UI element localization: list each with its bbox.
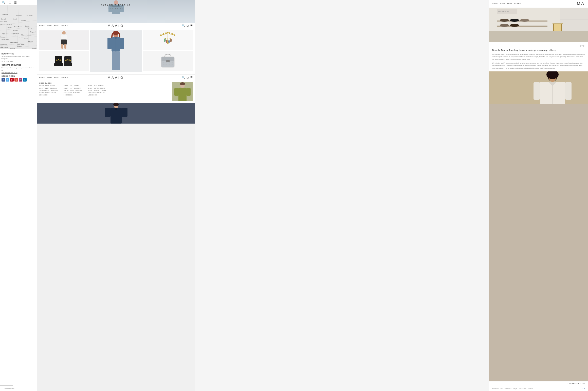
product-necklace[interactable] [143,30,193,50]
shop-nav-blog[interactable]: BLOG [54,77,60,78]
center-menu-icon[interactable]: ☰ [190,24,193,27]
social-icon-twitter[interactable]: t [6,78,9,82]
svg-point-61 [163,65,164,65]
map-label-southbury: Southbury [27,15,32,16]
svg-point-42 [174,34,175,36]
shop-nav-shop[interactable]: SHOP [47,77,52,78]
bottom-nav-y[interactable]: Y [2,387,3,389]
shop-pages-section: HOME SHOP BLOG PAGES MAVIO 🔍 ◻ ☰ SHOP PA… [37,75,195,124]
svg-point-36 [160,34,162,36]
map-svg: Newburgh Brookfield Southbury Cornwall C… [0,5,37,49]
nav-pages[interactable]: PAGES [62,25,68,26]
shop-item-category-2[interactable]: CATEGORY HEADERS [64,92,86,93]
shop-logo[interactable]: MAVIO [108,75,124,80]
shop-item-full-width-3[interactable]: SHOP - FULL WIDTH [88,85,111,87]
svg-line-2 [0,34,37,38]
product-boots[interactable] [39,51,89,71]
shop-pages-dropdown: SHOP PAGES SHOP - FULL WIDTH SHOP - LEFT… [37,80,195,103]
shop-item-lookbook-3[interactable]: LOOKBOOK [88,94,111,96]
shop-search-icon[interactable]: 🔍 [182,76,185,79]
svg-rect-71 [174,88,178,96]
shop-item-full-width-1[interactable]: SHOP - FULL WIDTH [39,85,62,87]
svg-point-41 [171,33,173,35]
shop-nav-pages[interactable]: PAGES [62,77,68,78]
hero-top: AUTUMN WINTER 17 CONTRASTS [37,0,195,23]
email[interactable]: enquiries@mavio.co.uk [2,72,35,74]
shop-dropdown-model [172,82,193,101]
shop-item-left-sidebar-2[interactable]: SHOP - LEFT SIDEBAR [64,87,86,89]
shop-item-left-sidebar-3[interactable]: SHOP - LEFT SIDEBAR [88,87,111,89]
shop-cart-icon[interactable]: ◻ [187,76,189,79]
shop-col-2: SHOP - FULL WIDTH SHOP - LEFT SIDEBAR SH… [64,85,86,96]
map-label-carmel: Carmel [13,18,17,20]
map-label-danbury: Danbury [21,20,26,21]
svg-rect-34 [120,38,124,49]
search-icon[interactable]: 🔍 [2,1,6,4]
shop-item-category-3[interactable]: CATEGORY HEADERS [88,92,111,93]
svg-rect-18 [64,44,66,49]
social-icon-instagram[interactable]: 📷 [19,78,22,82]
svg-point-22 [58,59,59,60]
social-icon-linkedin[interactable]: in [23,78,27,82]
shop-menu-icon[interactable]: ☰ [190,76,193,79]
svg-point-37 [163,33,164,35]
svg-point-40 [169,32,170,34]
svg-point-30 [113,31,119,35]
svg-point-58 [169,63,170,63]
svg-point-57 [168,63,169,63]
product-center-model[interactable] [90,30,142,72]
map-label-fairfield: Fairfield [27,34,31,36]
shop-item-lookbook-1[interactable]: LOOKBOOK [39,94,62,96]
map-label-whiteplains: White Plains [10,42,18,43]
svg-point-26 [66,60,67,61]
menu-icon[interactable]: ☰ [14,1,17,4]
center-logo[interactable]: MAVIO [108,23,124,28]
left-panel: 🔍 ◻ ☰ Newburgh Brookfield South [0,0,37,391]
shop-item-right-sidebar-2[interactable]: SHOP - RIGHT SIDEBAR [64,90,86,91]
shop-item-category-1[interactable]: CATEGORY HEADERS [39,92,62,93]
map-label-newburgh: Newburgh [3,13,8,15]
cart-icon[interactable]: ◻ [9,1,11,4]
product-top-outfit[interactable] [39,30,89,50]
nav-shop[interactable]: SHOP [47,25,52,26]
boots-svg [54,53,74,69]
map-label-newspringvalley: New Spring [1,47,8,48]
shop-item-right-sidebar-3[interactable]: SHOP - RIGHT SIDEBAR [88,90,111,91]
svg-rect-77 [122,108,127,117]
svg-point-43 [164,38,166,42]
social-icon-fb[interactable]: f [2,78,5,82]
shop-col-2-wrapper: SHOP - FULL WIDTH SHOP - LEFT SIDEBAR SH… [64,82,86,101]
svg-point-54 [163,63,164,63]
shop-item-full-width-2[interactable]: SHOP - FULL WIDTH [64,85,86,87]
bottom-nav: Y CONTACT US [2,387,14,389]
map-label-stamford: Stamford [28,41,33,42]
svg-point-38 [165,32,167,34]
svg-point-46 [168,40,170,43]
center-cart-icon[interactable]: ◻ [187,24,189,27]
social-icon-google[interactable]: G [14,78,18,82]
center-search-icon[interactable]: 🔍 [182,24,185,27]
shop-item-right-sidebar-1[interactable]: SHOP - RIGHT SIDEBAR [39,90,62,91]
map-label-stonybrook: Stony B. [32,47,36,49]
nav-blog[interactable]: BLOG [54,25,60,26]
map-label-newcity: New City [2,33,7,34]
center-wrapper: AUTUMN WINTER 17 CONTRASTS HOME SHOP BLO… [37,0,195,391]
shop-item-lookbook-2[interactable]: LOOKBOOK [64,94,86,96]
svg-rect-17 [61,44,63,49]
product-handbag[interactable] [143,51,193,71]
social-icon-pinterest[interactable]: P [10,78,14,82]
svg-point-14 [62,31,66,35]
shop-col-1: SHOP - FULL WIDTH SHOP - LEFT SIDEBAR SH… [39,85,62,96]
enquiries-text: For any questions or queries, you can wr… [2,67,35,71]
head-office-title: HEAD OFFICE [2,53,35,55]
aw-season: AUTUMN WINTER 17 [101,4,131,6]
shop-item-left-sidebar-1[interactable]: SHOP - LEFT SIDEBAR [39,87,62,89]
map-label-harrison: Harrison [17,46,22,47]
map-label-easton: Easton [25,25,29,27]
shop-model-svg [172,82,193,101]
svg-point-49 [167,38,168,40]
bottom-nav-contact[interactable]: CONTACT US [5,387,14,389]
shop-nav-home[interactable]: HOME [39,77,45,78]
map-label-mtkisco: Mt Kisco [13,30,18,31]
nav-home[interactable]: HOME [39,25,45,26]
